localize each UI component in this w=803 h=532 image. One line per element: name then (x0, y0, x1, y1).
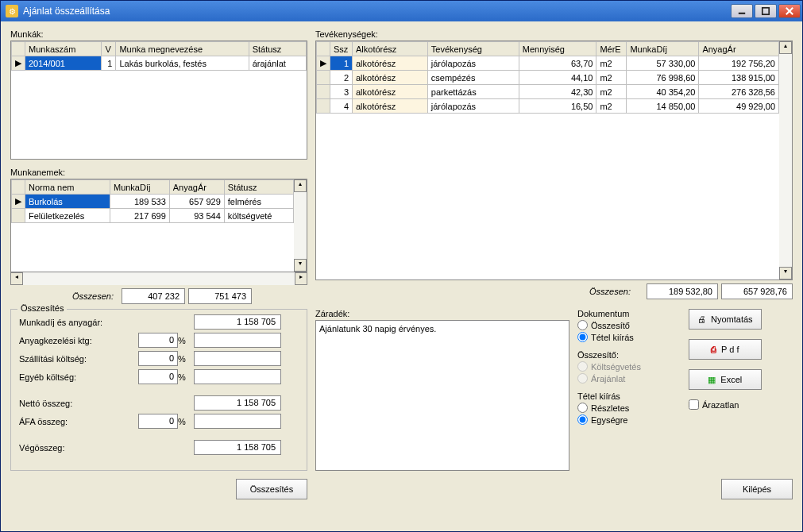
radio-egysegre[interactable]: Egységre (577, 414, 673, 425)
afa-pct[interactable]: 0 (138, 414, 178, 429)
afa-label: ÁFA összeg: (19, 417, 138, 426)
table-row[interactable]: 4 alkotórész járólapozás 16,50 m2 14 850… (317, 99, 779, 114)
table-row[interactable]: 2 alkotórész csempézés 44,10 m2 76 998,6… (317, 71, 779, 85)
radio-osszesito[interactable]: Összesítő (577, 320, 673, 330)
anyagkez-label: Anyagkezelési ktg: (19, 336, 138, 345)
total-dij-left: 407 232 (122, 288, 185, 304)
egyeb-value[interactable] (194, 369, 281, 384)
nyomtatas-button[interactable]: 🖨 Nyomtatás (689, 309, 762, 330)
munkadij-label: Munkadíj és anyagár: (19, 318, 138, 327)
col-v[interactable]: V (102, 42, 116, 56)
svg-rect-1 (762, 8, 769, 14)
col-menny[interactable]: Mennyiség (519, 42, 596, 56)
tevekenysegek-label: Tevékenységek: (315, 29, 793, 39)
table-row[interactable]: ▶ 2014/001 1 Lakás burkolás, festés áraj… (12, 56, 307, 71)
printer-icon: 🖨 (697, 314, 706, 324)
table-row[interactable]: 3 alkotórész parkettázás 42,30 m2 40 354… (317, 85, 779, 99)
total-dij-right: 189 532,80 (647, 283, 718, 299)
col-dij[interactable]: MunkaDíj (627, 42, 699, 56)
maximize-button[interactable] (755, 4, 777, 18)
zaradek-label: Záradék: (315, 309, 569, 318)
tetel-group-label: Tétel kiírás (577, 391, 673, 401)
col-tev[interactable]: Tevékenység (427, 42, 519, 56)
zaradek-textarea[interactable]: Ajánlatunk 30 napig érvényes. (315, 320, 569, 471)
munkadij-value: 1 158 705 (194, 314, 281, 330)
arazatlan-checkbox[interactable]: Árazatlan (689, 399, 762, 410)
window-title: Ajánlat összeállítása (23, 6, 731, 17)
col-norma[interactable]: Norma nem (25, 180, 110, 195)
osszesen-right-label: Összesen: (589, 287, 631, 296)
vscrollbar[interactable]: ▴▾ (294, 179, 307, 272)
osszesen-left-label: Összesen: (10, 291, 114, 301)
excel-icon: ▦ (708, 375, 716, 385)
col-anyagar[interactable]: AnyagÁr (169, 180, 224, 195)
excel-button[interactable]: ▦ Excel (689, 369, 762, 390)
hscrollbar[interactable]: ◂▸ (10, 272, 307, 285)
munkak-label: Munkák: (10, 29, 307, 39)
col-munkaszam[interactable]: Munkaszám (25, 42, 102, 56)
osszesites-button[interactable]: Összesítés (236, 479, 307, 499)
table-row[interactable]: Felületkezelés 217 699 93 544 költségvet… (12, 209, 294, 223)
col-ssz[interactable]: Ssz (330, 42, 353, 56)
titlebar: ⚙ Ajánlat összeállítása (1, 1, 802, 21)
total-ar-right: 657 928,76 (721, 283, 793, 299)
osszesites-legend: Összesítés (17, 303, 67, 313)
anyagkez-pct[interactable]: 0 (138, 333, 178, 348)
col-megnevezes[interactable]: Munka megnevezése (116, 42, 249, 56)
osszesites-panel: Összesítés Munkadíj és anyagár: 1 158 70… (10, 309, 307, 471)
total-ar-left: 751 473 (188, 288, 252, 304)
szall-pct[interactable]: 0 (138, 351, 178, 366)
osszesito-group-label: Összesítő: (577, 350, 673, 360)
minimize-button[interactable] (731, 4, 753, 18)
col-alkot[interactable]: Alkotórész (353, 42, 428, 56)
afa-value[interactable] (194, 414, 281, 429)
veg-value: 1 158 705 (194, 440, 281, 455)
szall-value[interactable] (194, 351, 281, 366)
col-mere[interactable]: MérE (596, 42, 627, 56)
radio-arajanlat: Árajánlat (577, 373, 673, 384)
radio-koltsegvetes: Költségvetés (577, 361, 673, 372)
veg-label: Végösszeg: (19, 443, 138, 453)
kilepes-button[interactable]: Kilépés (721, 479, 793, 499)
netto-label: Nettó összeg: (19, 399, 138, 408)
vscrollbar[interactable]: ▴▾ (779, 41, 792, 279)
pdf-button[interactable]: ⎙ P d f (689, 339, 762, 360)
munkak-grid[interactable]: Munkaszám V Munka megnevezése Státusz ▶ … (10, 40, 307, 160)
app-icon: ⚙ (6, 5, 18, 17)
close-button[interactable] (778, 4, 801, 18)
munkanemek-label: Munkanemek: (10, 168, 307, 177)
table-row[interactable]: ▶ Burkolás 189 533 657 929 felmérés (12, 195, 294, 209)
dokumentum-label: Dokumentum (577, 309, 673, 318)
egyeb-pct[interactable]: 0 (138, 369, 178, 384)
szall-label: Szállítási költség: (19, 354, 138, 364)
tevekenysegek-grid[interactable]: Ssz Alkotórész Tevékenység Mennyiség Mér… (315, 40, 793, 280)
egyeb-label: Egyéb költség: (19, 372, 138, 382)
radio-tetel[interactable]: Tétel kiírás (577, 332, 673, 342)
munkanemek-grid[interactable]: Norma nem MunkaDíj AnyagÁr Státusz ▶ Bur… (10, 179, 307, 272)
col-statusz2[interactable]: Státusz (224, 180, 293, 195)
netto-value: 1 158 705 (194, 395, 281, 411)
table-row[interactable]: ▶ 1 alkotórész járólapozás 63,70 m2 57 3… (317, 56, 779, 71)
col-munkadij[interactable]: MunkaDíj (110, 180, 169, 195)
anyagkez-value[interactable] (194, 333, 281, 348)
radio-reszletes[interactable]: Részletes (577, 403, 673, 413)
pdf-icon: ⎙ (711, 345, 716, 354)
col-ar[interactable]: AnyagÁr (699, 42, 779, 56)
col-statusz[interactable]: Státusz (249, 42, 306, 56)
app-window: ⚙ Ajánlat összeállítása Munkák: Munkaszá… (0, 0, 803, 532)
